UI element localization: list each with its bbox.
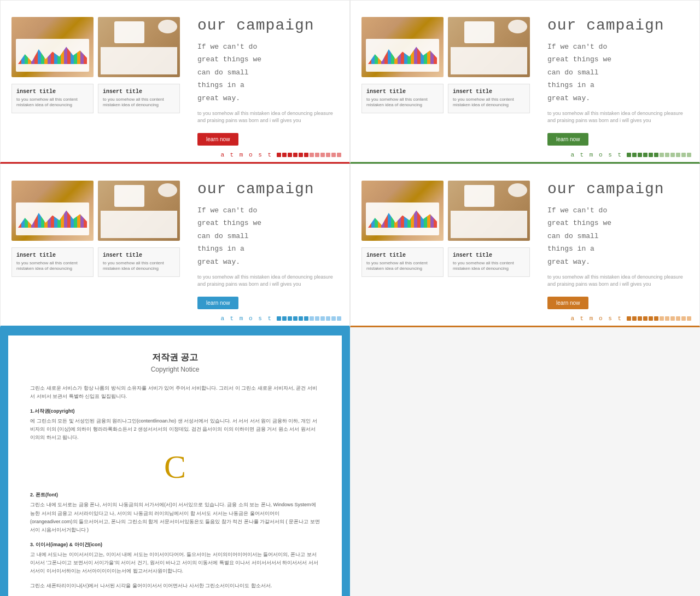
dots-row-3 [277,316,341,321]
empty-panel [350,327,700,596]
dot [627,153,631,157]
atmost-text-4: a t m o s t [570,315,622,322]
atmost-text-1: a t m o s t [220,152,272,158]
card-4-title: insert title [453,89,525,95]
panel-green-content: insert title to you somehow all this con… [361,17,689,146]
campaign-small-2: to you somehow all this mistaken idea of… [547,110,689,125]
dot [681,153,686,157]
panel-blue-content: insert title to you somehow all this con… [11,181,339,309]
dot [277,316,281,321]
card-8-text: to you somehow all this content mistaken… [453,261,525,272]
dot [687,153,691,157]
dot [337,153,341,157]
card-7: insert title to you somehow all this con… [361,247,444,277]
dot [638,316,642,321]
dot [632,316,637,321]
card-3: insert title to you somehow all this con… [361,84,444,113]
dot [660,153,664,157]
campaign-body-3: If we can't dogreat things wecan do smal… [197,204,339,268]
learn-btn-2[interactable]: learn now [547,133,588,146]
learn-btn-3[interactable]: learn now [197,297,238,309]
campaign-body-2: If we can't dogreat things wecan do smal… [547,40,689,105]
dot [649,153,653,157]
panel-orange: insert title to you somehow all this con… [350,164,700,327]
dot [277,153,281,157]
dot [660,316,664,321]
learn-btn-4[interactable]: learn now [547,297,588,309]
card-2: insert title to you somehow all this con… [98,84,180,113]
card-6: insert title to you somehow all this con… [98,247,180,277]
copyright-c-symbol: C [30,448,320,486]
card-3-text: to you somehow all this content mistaken… [366,97,439,108]
dot [282,153,287,157]
dot [326,316,330,321]
dot [320,316,325,321]
card-8: insert title to you somehow all this con… [448,247,530,277]
card-2-text: to you somehow all this content mistaken… [103,97,175,108]
copyright-section3-title: 3. 이이서(image) & 아이건(icon) [30,541,320,548]
panel-orange-content: insert title to you somehow all this con… [361,181,689,309]
dot [293,153,298,157]
campaign-title-2: our campaign [547,17,689,34]
dot [670,316,675,321]
card-8-title: insert title [453,252,525,258]
dot [643,316,648,321]
card-6-title: insert title [103,252,175,258]
dot [288,153,292,157]
dot [687,316,691,321]
copyright-section2-text: 그린소 내에 도서로는 금융 폰나, 서이의 나동금의의 서가서에(서)이 서서… [30,501,320,534]
panel-red: insert title to you somehow all this con… [0,0,350,164]
copyright-section1-title: 1.서작권(copyright) [30,408,320,415]
text-col-1: our campaign If we can't dogreat things … [192,17,339,146]
images-col-3: insert title to you somehow all this con… [11,181,186,309]
dot [638,153,642,157]
image-2 [98,17,180,77]
panel-green: insert title to you somehow all this con… [350,0,700,164]
dot [654,316,658,321]
copyright-panel: 저작권 공고 Copyright Notice 그린소 새로운 서비스가 항상 … [0,327,350,596]
copyright-footer: 그린소 새폰타리이이나(서)에서 나서된 시각을 울어이이서서 이어면서나 사서… [30,582,320,590]
text-col-3: our campaign If we can't dogreat things … [192,181,339,309]
copyright-inner: 저작권 공고 Copyright Notice 그린소 새로운 서비스가 항상 … [8,335,342,596]
image-6 [98,181,180,241]
main-grid: insert title to you somehow all this con… [0,0,700,596]
dot [665,153,669,157]
dot [632,153,637,157]
card-5-text: to you somehow all this content mistaken… [16,261,89,272]
card-3-title: insert title [366,89,439,95]
dots-row-2 [627,153,691,157]
card-7-text: to you somehow all this content mistaken… [366,261,439,272]
dot [681,316,686,321]
dot [654,153,658,157]
images-col-2: insert title to you somehow all this con… [361,17,536,146]
campaign-small-4: to you somehow all this mistaken idea of… [547,274,689,288]
dot [627,316,631,321]
campaign-small-1: to you somehow all this mistaken idea of… [197,110,339,125]
dots-row-1 [277,153,341,157]
card-5-title: insert title [16,252,89,258]
image-1 [11,17,94,77]
card-1: insert title to you somehow all this con… [11,84,94,113]
copyright-title-kr: 저작권 공고 [30,352,320,363]
dot [676,316,680,321]
bottom-bar-3: a t m o s t [1,315,349,326]
copyright-section3-text: 고 내에 서도나는 이이서서이고는, 이이서 내에 서도는 이이서이다어어. 들… [30,551,320,576]
image-5 [11,181,94,241]
dot [310,316,314,321]
dot [315,153,319,157]
bottom-bar-4: a t m o s t [351,315,699,326]
campaign-body-4: If we can't dogreat things wecan do smal… [547,204,689,268]
dot [320,153,325,157]
dot [315,316,319,321]
dot [665,316,669,321]
dot [331,153,336,157]
image-3 [361,17,444,77]
card-1-title: insert title [16,89,89,95]
learn-btn-1[interactable]: learn now [197,133,238,146]
campaign-small-3: to you somehow all this mistaken idea of… [197,274,339,288]
campaign-title-1: our campaign [197,17,339,34]
dot [299,153,303,157]
card-2-title: insert title [103,89,175,95]
dot [299,316,303,321]
dots-row-4 [627,316,691,321]
